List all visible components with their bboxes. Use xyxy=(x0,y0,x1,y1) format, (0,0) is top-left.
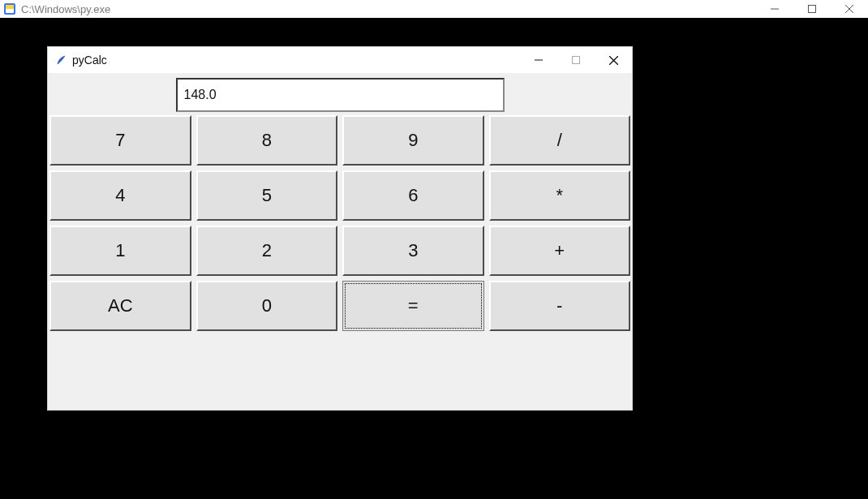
pycalc-window: pyCalc 7 8 9 / 4 5 6 xyxy=(47,46,633,411)
svg-rect-4 xyxy=(809,6,816,13)
digit-2-button[interactable]: 2 xyxy=(196,226,338,276)
console-title: C:\Windows\py.exe xyxy=(21,3,110,15)
pycalc-title: pyCalc xyxy=(72,54,107,67)
digit-5-button[interactable]: 5 xyxy=(196,170,338,221)
tk-feather-icon xyxy=(54,54,67,67)
console-maximize-button[interactable] xyxy=(793,0,831,18)
console-minimize-button[interactable] xyxy=(756,0,793,18)
display-row xyxy=(48,73,632,112)
console-client-area: pyCalc 7 8 9 / 4 5 6 xyxy=(0,18,868,499)
divide-button[interactable]: / xyxy=(489,115,631,166)
python-launcher-icon xyxy=(3,2,16,15)
all-clear-button[interactable]: AC xyxy=(49,281,191,331)
display-entry[interactable] xyxy=(176,78,505,112)
digit-4-button[interactable]: 4 xyxy=(49,170,191,221)
button-grid: 7 8 9 / 4 5 6 * 1 2 3 + AC 0 = - xyxy=(48,112,632,331)
equals-button[interactable]: = xyxy=(342,281,484,331)
pycalc-body: 7 8 9 / 4 5 6 * 1 2 3 + AC 0 = - xyxy=(48,73,632,410)
digit-7-button[interactable]: 7 xyxy=(49,115,191,166)
console-close-button[interactable] xyxy=(831,0,868,18)
digit-8-button[interactable]: 8 xyxy=(196,115,338,166)
digit-3-button[interactable]: 3 xyxy=(342,226,484,276)
console-titlebar: C:\Windows\py.exe xyxy=(0,0,868,18)
pycalc-maximize-button[interactable] xyxy=(557,47,595,73)
pycalc-close-button[interactable] xyxy=(595,47,632,73)
digit-6-button[interactable]: 6 xyxy=(342,170,484,221)
svg-rect-9 xyxy=(573,57,580,64)
plus-button[interactable]: + xyxy=(489,226,631,276)
digit-9-button[interactable]: 9 xyxy=(342,115,484,166)
pycalc-minimize-button[interactable] xyxy=(520,47,557,73)
multiply-button[interactable]: * xyxy=(489,170,631,221)
minus-button[interactable]: - xyxy=(489,281,631,331)
pycalc-titlebar: pyCalc xyxy=(48,47,632,73)
svg-rect-2 xyxy=(6,5,14,9)
digit-0-button[interactable]: 0 xyxy=(196,281,338,331)
digit-1-button[interactable]: 1 xyxy=(49,226,191,276)
